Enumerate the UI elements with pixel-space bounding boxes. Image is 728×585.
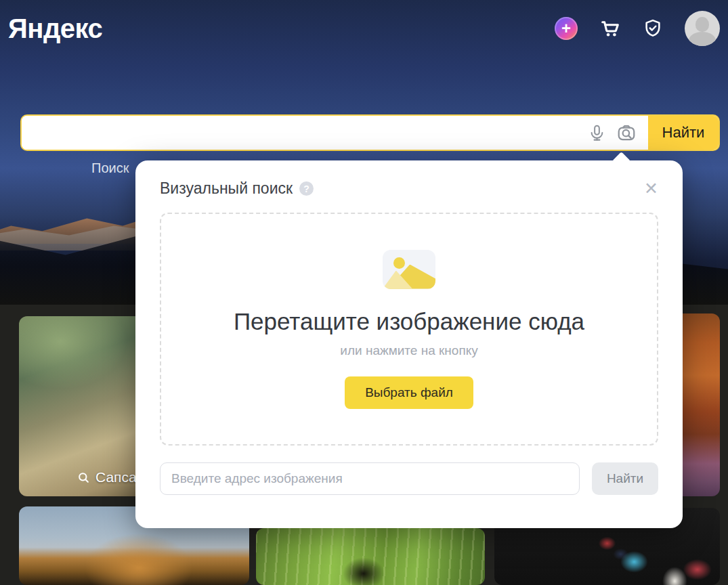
avatar[interactable] <box>685 11 720 46</box>
image-placeholder-icon <box>383 250 435 289</box>
tile-query-chip[interactable]: Сапса <box>77 469 137 485</box>
tile-query-label: Сапса <box>95 469 137 485</box>
avatar-head <box>695 17 709 32</box>
modal-title: Визуальный поиск <box>160 179 293 198</box>
image-dropzone[interactable]: Перетащите изображение сюда или нажмите … <box>160 213 658 446</box>
image-tile-bird[interactable] <box>256 528 485 585</box>
close-icon[interactable]: ✕ <box>644 180 658 197</box>
search-form: Найти <box>20 114 720 151</box>
shield-check-icon[interactable] <box>643 18 663 39</box>
yandex-plus-icon[interactable]: + <box>555 17 578 40</box>
yandex-images-page: Сапса Яндекс + Найти <box>0 0 728 585</box>
mic-icon[interactable] <box>582 116 612 150</box>
visual-search-icon[interactable] <box>612 116 641 150</box>
url-find-button[interactable]: Найти <box>592 462 658 495</box>
dropzone-subtitle: или нажмите на кнопку <box>340 343 477 358</box>
search-icon <box>77 471 90 484</box>
avatar-shoulders <box>689 32 716 46</box>
header-icons: + <box>555 11 720 46</box>
top-header: Яндекс + <box>0 0 728 57</box>
search-input[interactable] <box>22 116 582 150</box>
url-search-row: Найти <box>160 462 658 495</box>
tab-search[interactable]: Поиск <box>91 160 129 176</box>
modal-header: Визуальный поиск ? ✕ <box>160 179 658 198</box>
help-icon[interactable]: ? <box>299 181 314 196</box>
dropzone-title: Перетащите изображение сюда <box>234 308 584 335</box>
icon-sun <box>393 257 405 269</box>
search-button[interactable]: Найти <box>648 116 719 150</box>
choose-file-button[interactable]: Выбрать файл <box>345 376 473 409</box>
yandex-logo[interactable]: Яндекс <box>8 14 102 44</box>
cart-icon[interactable] <box>599 18 621 39</box>
image-url-input[interactable] <box>160 462 580 495</box>
visual-search-modal: Визуальный поиск ? ✕ Перетащите изображе… <box>135 160 683 528</box>
